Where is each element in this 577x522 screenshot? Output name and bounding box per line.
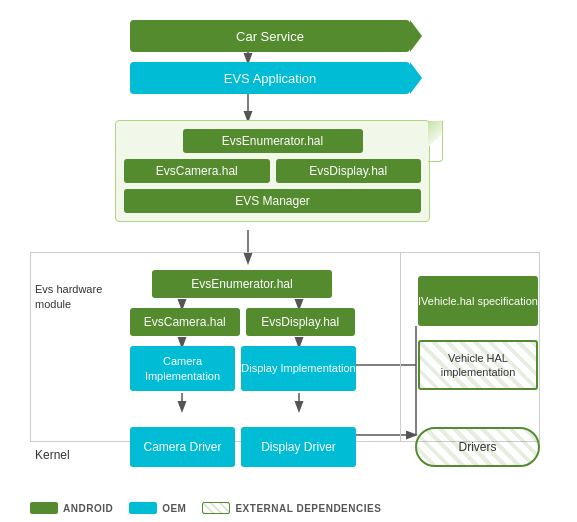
camera-implementation-box: Camera Implementation xyxy=(130,346,235,391)
legend: ANDROID OEM EXTERNAL DEPENDENCIES xyxy=(30,502,547,514)
evs-application-box: EVS Application xyxy=(130,62,410,94)
ivehicle-spec-box: IVehicle.hal specification xyxy=(418,276,538,326)
evs-camera-hal-top: EvsCamera.hal xyxy=(124,159,270,183)
evs-application-label: EVS Application xyxy=(224,71,317,86)
hal-row-top: EvsCamera.hal EvsDisplay.hal xyxy=(124,159,421,183)
hal-group-top: EvsEnumerator.hal EvsCamera.hal EvsDispl… xyxy=(115,120,430,222)
evs-manager-box: EVS Manager xyxy=(124,189,421,213)
legend-oem: OEM xyxy=(129,502,186,514)
legend-android: ANDROID xyxy=(30,502,113,514)
legend-android-color xyxy=(30,502,58,514)
evs-enumerator-hal-bottom: EvsEnumerator.hal xyxy=(152,270,332,298)
legend-external: EXTERNAL DEPENDENCIES xyxy=(202,502,381,514)
legend-oem-label: OEM xyxy=(162,503,186,514)
car-service-label: Car Service xyxy=(236,29,304,44)
evs-camera-hal-bottom: EvsCamera.hal xyxy=(130,308,240,336)
legend-oem-color xyxy=(129,502,157,514)
hal-row-bottom: EvsCamera.hal EvsDisplay.hal xyxy=(130,308,355,336)
evs-display-hal-bottom: EvsDisplay.hal xyxy=(246,308,356,336)
drivers-oval: Drivers xyxy=(415,427,540,467)
display-driver-box: Display Driver xyxy=(241,427,356,467)
kernel-label: Kernel xyxy=(35,448,70,462)
evs-enumerator-hal-top: EvsEnumerator.hal xyxy=(183,129,363,153)
section-divider xyxy=(400,252,401,442)
legend-external-color xyxy=(202,502,230,514)
architecture-diagram: Car Service EVS Application EvsEnumerato… xyxy=(0,0,577,522)
legend-external-label: EXTERNAL DEPENDENCIES xyxy=(235,503,381,514)
evs-display-hal-top: EvsDisplay.hal xyxy=(276,159,422,183)
vehicle-hal-box: Vehicle HAL implementation xyxy=(418,340,538,390)
display-implementation-box: Display Implementation xyxy=(241,346,356,391)
legend-android-label: ANDROID xyxy=(63,503,113,514)
evs-hw-label: Evs hardware module xyxy=(35,282,120,313)
car-service-box: Car Service xyxy=(130,20,410,52)
camera-driver-box: Camera Driver xyxy=(130,427,235,467)
